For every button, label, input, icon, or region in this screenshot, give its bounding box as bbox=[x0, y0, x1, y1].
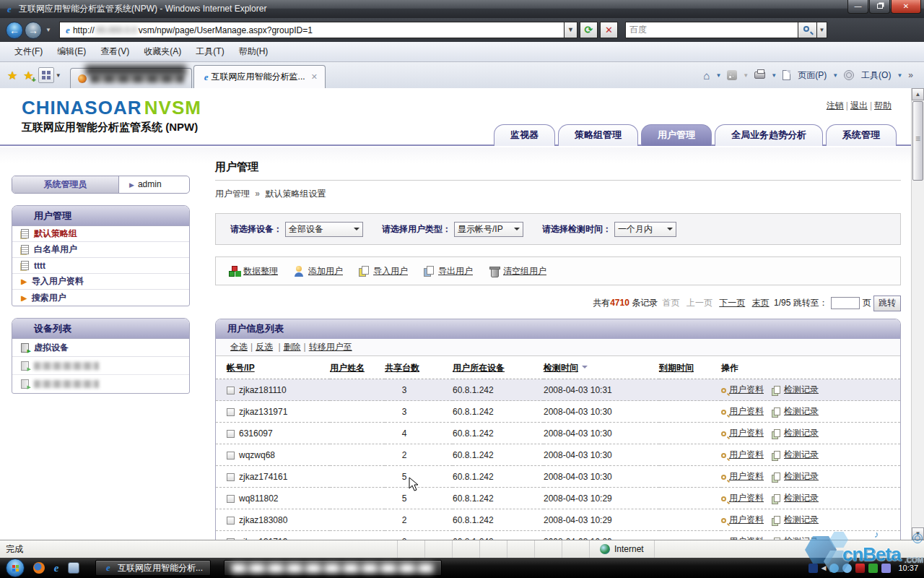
menu-favorites[interactable]: 收藏夹(A) bbox=[136, 43, 188, 60]
history-dropdown-icon[interactable]: ▼ bbox=[45, 27, 51, 33]
tools-dropdown-icon[interactable]: ▼ bbox=[897, 72, 902, 79]
mail-icon[interactable] bbox=[68, 562, 79, 574]
row-checkbox[interactable] bbox=[227, 473, 235, 481]
breadcrumb-root[interactable]: 用户管理 bbox=[215, 189, 250, 199]
sidebar-item-device-obscured[interactable] bbox=[12, 357, 189, 375]
user-profile-link[interactable]: 用户资料 bbox=[729, 471, 764, 481]
row-checkbox[interactable] bbox=[227, 495, 235, 503]
nav-tab-system[interactable]: 系统管理 bbox=[826, 124, 897, 146]
back-button[interactable]: ← bbox=[6, 22, 23, 39]
device-filter-select[interactable]: 全部设备 bbox=[285, 222, 363, 237]
print-icon[interactable] bbox=[754, 72, 765, 79]
user-profile-link[interactable]: 用户资料 bbox=[729, 428, 764, 438]
help-link[interactable]: 帮助 bbox=[874, 100, 892, 111]
menu-view[interactable]: 查看(V) bbox=[93, 43, 136, 60]
network-tray-icon[interactable] bbox=[868, 564, 878, 573]
taskbar-window-obscured[interactable] bbox=[224, 560, 442, 576]
sidebar-item-device-obscured[interactable] bbox=[12, 375, 189, 393]
start-button[interactable] bbox=[6, 558, 25, 577]
table-row[interactable]: zjkaz174161 5 60.8.1.2422008-04-03 10:30… bbox=[216, 466, 900, 488]
nav-tab-monitor[interactable]: 监视器 bbox=[494, 124, 555, 146]
add-user-button[interactable]: 添加用户 bbox=[294, 265, 343, 277]
tab-close-icon[interactable]: ✕ bbox=[311, 72, 318, 82]
check-records-link[interactable]: 检测记录 bbox=[784, 493, 819, 503]
row-checkbox[interactable] bbox=[227, 452, 235, 460]
page-menu[interactable]: 页面(P) bbox=[798, 69, 827, 82]
sidebar-item-import-profile[interactable]: ▶导入用户资料 bbox=[12, 274, 189, 290]
exit-link[interactable]: 退出 bbox=[850, 100, 868, 111]
user-profile-link[interactable]: 用户资料 bbox=[729, 514, 764, 525]
menu-file[interactable]: 文件(F) bbox=[7, 43, 50, 60]
add-favorite-icon[interactable]: ★ bbox=[23, 69, 33, 82]
tray-icon[interactable] bbox=[829, 564, 839, 573]
user-profile-link[interactable]: 用户资料 bbox=[729, 449, 764, 460]
home-dropdown-icon[interactable]: ▼ bbox=[715, 72, 721, 79]
table-row[interactable]: 6316097 4 60.8.1.2422008-04-03 10:30 用户资… bbox=[216, 423, 900, 444]
stop-button[interactable]: ✕ bbox=[600, 22, 618, 38]
table-row[interactable]: zjkaz181110 3 60.8.1.2422008-04-03 10:31… bbox=[216, 379, 900, 401]
move-users-link[interactable]: 转移用户至 bbox=[309, 342, 352, 352]
table-row[interactable]: zjkaz131971 3 60.8.1.2422008-04-03 10:30… bbox=[216, 401, 900, 423]
row-checkbox[interactable] bbox=[227, 517, 235, 525]
user-profile-link[interactable]: 用户资料 bbox=[729, 493, 764, 503]
nav-tab-users[interactable]: 用户管理 bbox=[641, 124, 712, 146]
security-tray-icon[interactable] bbox=[881, 564, 891, 573]
export-users-button[interactable]: 导出用户 bbox=[424, 265, 473, 277]
favorites-icon[interactable]: ★ bbox=[7, 69, 17, 82]
delete-link[interactable]: 删除 bbox=[284, 342, 301, 352]
forward-button[interactable]: → bbox=[25, 22, 42, 39]
minimize-button[interactable]: — bbox=[847, 0, 868, 14]
url-dropdown-button[interactable]: ▼ bbox=[565, 22, 578, 38]
rss-dropdown-icon[interactable]: ▼ bbox=[743, 72, 749, 79]
window-titlebar[interactable]: e 互联网应用智能分析监管系统(NPW) - Windows Internet … bbox=[0, 0, 924, 18]
jump-button[interactable]: 跳转 bbox=[873, 296, 901, 311]
data-organize-button[interactable]: 数据整理 bbox=[229, 265, 278, 277]
sidebar-item-virtual-device[interactable]: 虚拟设备 bbox=[12, 339, 189, 357]
tray-icon[interactable] bbox=[842, 564, 852, 573]
menu-tools[interactable]: 工具(T) bbox=[188, 43, 231, 60]
tray-collapse-icon[interactable]: ◀ bbox=[821, 564, 827, 571]
user-profile-link[interactable]: 用户资料 bbox=[729, 406, 764, 416]
print-dropdown-icon[interactable]: ▼ bbox=[771, 72, 777, 79]
menu-edit[interactable]: 编辑(E) bbox=[50, 43, 93, 60]
last-page-link[interactable]: 末页 bbox=[752, 298, 770, 308]
col-checktime[interactable]: 检测时间 bbox=[544, 363, 578, 373]
row-checkbox[interactable] bbox=[227, 408, 235, 416]
checktime-filter-select[interactable]: 一个月内 bbox=[614, 222, 676, 237]
scroll-up-icon[interactable]: ▲ bbox=[912, 88, 924, 100]
sidebar-item-default-policy[interactable]: 默认策略组 bbox=[12, 226, 189, 242]
close-button[interactable]: ✕ bbox=[891, 0, 921, 14]
sort-desc-icon[interactable] bbox=[582, 366, 588, 371]
row-checkbox[interactable] bbox=[227, 387, 235, 394]
search-button[interactable] bbox=[798, 22, 817, 38]
check-records-link[interactable]: 检测记录 bbox=[784, 428, 819, 438]
table-row[interactable]: wq811802 5 60.8.1.2422008-04-03 10:29 用户… bbox=[216, 488, 900, 509]
browser-tab-active[interactable]: e 互联网应用智能分析监... ✕ bbox=[193, 65, 326, 88]
menu-help[interactable]: 帮助(H) bbox=[232, 43, 276, 60]
ie-quicklaunch-icon[interactable]: e bbox=[51, 562, 62, 574]
user-profile-link[interactable]: 用户资料 bbox=[729, 384, 764, 394]
nav-tab-policy[interactable]: 策略组管理 bbox=[558, 124, 638, 146]
check-records-link[interactable]: 检测记录 bbox=[784, 514, 819, 525]
col-account[interactable]: 帐号/IP bbox=[227, 363, 255, 373]
tab-list-dropdown-icon[interactable]: ▼ bbox=[56, 72, 61, 79]
refresh-button[interactable]: ⟳ bbox=[580, 22, 598, 38]
taskbar-window-active[interactable]: e 互联网应用智能分析... bbox=[95, 560, 211, 576]
search-options-dropdown[interactable]: ▼ bbox=[817, 22, 827, 38]
nav-tab-trend[interactable]: 全局业务趋势分析 bbox=[715, 124, 823, 146]
select-all-link[interactable]: 全选 bbox=[230, 342, 248, 352]
ime-tray-icon[interactable] bbox=[808, 564, 818, 573]
table-row[interactable]: zjkaz183080 2 60.8.1.2422008-04-03 10:29… bbox=[216, 509, 900, 531]
clear-group-button[interactable]: 清空组用户 bbox=[489, 265, 546, 277]
tools-menu[interactable]: 工具(O) bbox=[861, 69, 891, 82]
firefox-icon[interactable] bbox=[33, 562, 45, 574]
table-row[interactable]: wqzwq68 2 60.8.1.2422008-04-03 10:30 用户资… bbox=[216, 444, 900, 466]
check-records-link[interactable]: 检测记录 bbox=[784, 449, 819, 460]
check-records-link[interactable]: 检测记录 bbox=[784, 471, 819, 481]
url-field[interactable]: e http:// 00.000.0.0 vsm/npw/page/UserMa… bbox=[59, 22, 565, 38]
scrollbar-thumb[interactable] bbox=[912, 101, 923, 181]
col-share[interactable]: 共享台数 bbox=[385, 363, 419, 373]
check-records-link[interactable]: 检测记录 bbox=[784, 384, 819, 394]
sidebar-item-whitelist[interactable]: 白名单用户 bbox=[12, 242, 189, 258]
col-expire[interactable]: 到期时间 bbox=[659, 363, 694, 373]
